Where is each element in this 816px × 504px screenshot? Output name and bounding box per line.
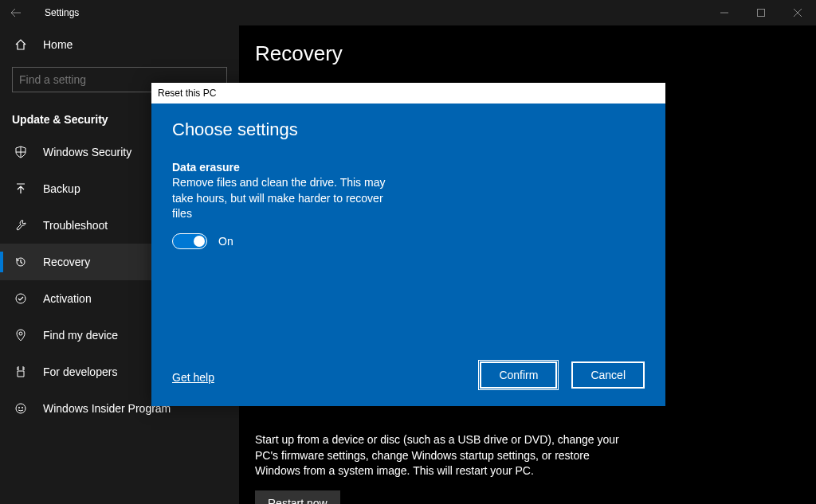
developer-icon xyxy=(14,365,27,378)
sidebar-item-label: Activation xyxy=(43,292,92,305)
maximize-button[interactable] xyxy=(743,0,779,25)
maximize-icon xyxy=(757,9,765,17)
insider-icon xyxy=(14,402,27,415)
sidebar-item-label: Windows Security xyxy=(43,146,131,158)
toggle-state-label: On xyxy=(218,235,233,248)
svg-point-9 xyxy=(22,407,23,408)
close-icon xyxy=(794,9,802,17)
svg-point-8 xyxy=(18,407,20,408)
window-titlebar: Settings xyxy=(0,0,816,25)
sidebar-item-label: Backup xyxy=(43,182,80,195)
confirm-button[interactable]: Confirm xyxy=(480,361,557,389)
sidebar-item-label: Troubleshoot xyxy=(43,219,108,232)
reset-pc-dialog: Reset this PC Choose settings Data erasu… xyxy=(151,83,665,406)
svg-point-7 xyxy=(16,404,26,413)
home-icon xyxy=(14,38,27,51)
back-button[interactable] xyxy=(0,0,32,25)
sidebar-home-label: Home xyxy=(43,38,73,51)
svg-rect-1 xyxy=(758,10,765,17)
close-button[interactable] xyxy=(779,0,816,25)
minimize-button[interactable] xyxy=(706,0,743,25)
shield-icon xyxy=(14,146,27,158)
setting-title: Data erasure xyxy=(172,161,645,174)
wrench-icon xyxy=(14,219,27,232)
window-title: Settings xyxy=(45,7,79,18)
sidebar-item-label: For developers xyxy=(43,365,117,378)
backup-icon xyxy=(14,182,27,195)
svg-point-5 xyxy=(16,294,26,303)
cancel-button[interactable]: Cancel xyxy=(571,361,645,389)
toggle-knob-icon xyxy=(194,236,205,247)
minimize-icon xyxy=(720,9,728,17)
recovery-icon xyxy=(14,256,27,268)
startup-description: Start up from a device or disc (such as … xyxy=(255,432,638,479)
restart-now-button[interactable]: Restart now xyxy=(255,490,340,504)
page-title: Recovery xyxy=(255,41,816,66)
location-icon xyxy=(14,329,27,342)
svg-point-6 xyxy=(19,332,22,335)
check-circle-icon xyxy=(14,292,27,305)
setting-description: Remove files and clean the drive. This m… xyxy=(172,175,395,222)
sidebar-home[interactable]: Home xyxy=(0,29,239,61)
sidebar-item-label: Find my device xyxy=(43,329,118,342)
data-erasure-toggle[interactable] xyxy=(172,233,207,249)
back-arrow-icon xyxy=(10,7,22,18)
dialog-titlebar: Reset this PC xyxy=(151,83,665,104)
dialog-heading: Choose settings xyxy=(172,119,645,140)
sidebar-item-label: Recovery xyxy=(43,256,90,268)
get-help-link[interactable]: Get help xyxy=(172,371,214,384)
